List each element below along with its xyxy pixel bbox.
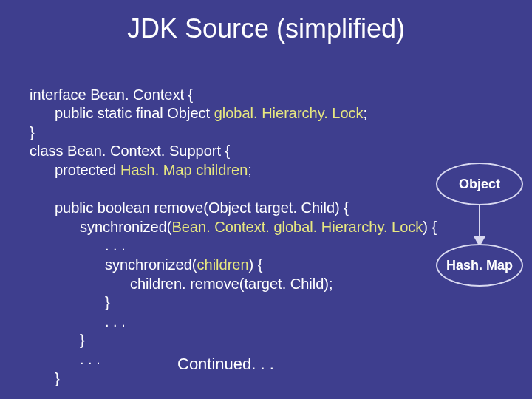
highlight: Hash. Map children [120, 162, 248, 178]
slide: JDK Source (simplified) interface Bean. … [0, 0, 532, 399]
code-line: public static final Object global. Hiera… [30, 104, 367, 123]
code-line: synchronized(Bean. Context. global. Hier… [30, 218, 437, 237]
diagram-node-hashmap: Hash. Map [436, 244, 523, 287]
code-block: interface Bean. Context { public static … [30, 66, 437, 399]
code-line: . . . [30, 236, 126, 256]
code-line: } [30, 331, 85, 350]
code-line: . . . [30, 313, 126, 332]
code-line: } [30, 369, 60, 389]
code-line: . . . [30, 350, 100, 369]
slide-title: JDK Source (simplified) [0, 0, 532, 52]
code-line: } [30, 124, 35, 140]
diagram-node-object: Object [436, 163, 523, 205]
continued-label: Continued. . . [177, 355, 274, 374]
class-diagram: Object Hash. Map [436, 163, 525, 296]
code-line: interface Bean. Context { [30, 86, 193, 103]
highlight: Bean. Context. global. Hierarchy. Lock [172, 219, 423, 235]
code-line: } [30, 293, 110, 313]
code-line: synchronized(children) { [30, 256, 262, 275]
code-line: protected Hash. Map children; [30, 161, 252, 180]
highlight: children [197, 256, 249, 273]
code-line: class Bean. Context. Support { [30, 143, 230, 159]
code-line: children. remove(target. Child); [30, 275, 333, 294]
highlight: global. Hierarchy. Lock [214, 105, 364, 121]
code-line: public boolean remove(Object target. Chi… [30, 199, 349, 218]
